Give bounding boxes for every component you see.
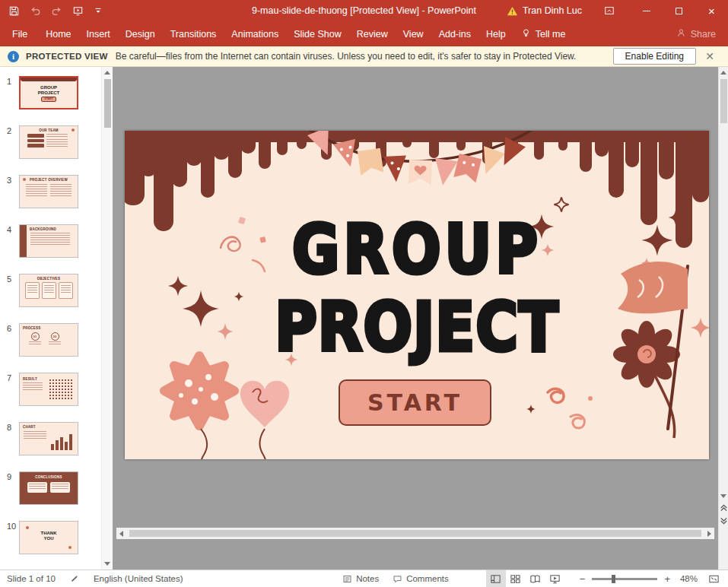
slide-thumbnail-1[interactable]: GROUP PROJECT START <box>19 76 78 109</box>
scroll-down-icon[interactable] <box>720 494 726 498</box>
slide-number: 6 <box>0 323 19 357</box>
tab-add-ins[interactable]: Add-ins <box>431 23 478 46</box>
titlebar-right: Tran Dinh Luc × <box>507 0 728 21</box>
slide-number: 7 <box>0 373 19 406</box>
tab-slide-show[interactable]: Slide Show <box>286 23 349 46</box>
tell-me-box[interactable]: Tell me <box>513 28 574 40</box>
tab-home[interactable]: Home <box>38 23 78 46</box>
slide-thumbnail-panel: 1 GROUP PROJECT START 2 OUR TEAM <box>0 67 101 570</box>
slide-workspace: GROUP PROJECT START <box>113 67 718 570</box>
comments-button[interactable]: Comments <box>386 574 456 584</box>
thumbnail-row: 3 PROJECT OVERVIEW <box>0 175 101 208</box>
zoom-in-button[interactable]: + <box>660 573 674 585</box>
tab-view[interactable]: View <box>396 23 431 46</box>
next-slide-button[interactable] <box>720 517 728 525</box>
share-button[interactable]: Share <box>664 28 728 40</box>
thumb-drip <box>21 78 77 81</box>
star-balloon <box>164 356 234 459</box>
ribbon-tab-row: File Home Insert Design Transitions Anim… <box>0 21 728 46</box>
slide-number: 3 <box>0 175 19 208</box>
minimize-button[interactable] <box>630 0 663 21</box>
ribbon-display-options-icon[interactable] <box>593 0 625 21</box>
person-icon <box>676 28 686 40</box>
slide-indicator: Slide 1 of 10 <box>0 574 62 583</box>
slide-start-shape[interactable]: START <box>339 379 491 426</box>
thumbnail-row: 10 THANK YOU <box>0 521 101 554</box>
slide-thumbnail-5[interactable]: OBJECTIVES <box>19 274 78 307</box>
start-slideshow-icon[interactable] <box>72 5 84 17</box>
lightbulb-icon <box>521 28 531 40</box>
zoom-slider[interactable] <box>592 578 657 580</box>
slide-thumbnail-8[interactable]: CHART <box>19 422 78 455</box>
zoom-level[interactable]: 48% <box>674 574 704 583</box>
thumbnail-row: 4 BACKGROUND <box>0 224 101 258</box>
horizontal-scrollbar[interactable] <box>116 528 714 539</box>
info-icon: i <box>8 51 19 62</box>
undo-icon[interactable] <box>30 5 41 17</box>
powerpoint-window: 9-mau-slide-de-thuong [Protected View] -… <box>0 0 728 587</box>
slide-thumbnail-2[interactable]: OUR TEAM <box>19 125 78 159</box>
slide-thumbnail-4[interactable]: BACKGROUND <box>19 224 78 258</box>
thumbnail-row: 6 PROCESS 01 02 <box>0 323 101 357</box>
close-button[interactable]: × <box>695 0 728 21</box>
redo-icon[interactable] <box>51 5 62 17</box>
status-bar: Slide 1 of 10 English (United States) No… <box>0 570 728 587</box>
scrollbar-thumb[interactable] <box>129 530 701 537</box>
warning-icon <box>507 5 518 17</box>
zoom-out-button[interactable]: − <box>576 573 590 585</box>
slide-number: 8 <box>0 422 19 455</box>
thumbnail-row: 7 RESULT <box>0 373 101 406</box>
slide-number: 10 <box>0 521 19 554</box>
language-indicator[interactable]: English (United States) <box>87 574 190 583</box>
slide-number: 4 <box>0 224 19 258</box>
normal-view-button[interactable] <box>486 570 506 587</box>
tab-insert[interactable]: Insert <box>79 23 118 46</box>
tab-animations[interactable]: Animations <box>224 23 286 46</box>
slide-sorter-view-button[interactable] <box>506 570 526 587</box>
scrollbar-thumb[interactable] <box>720 79 727 123</box>
save-icon[interactable] <box>8 5 20 17</box>
statusbar-right: Notes Comments − + 48% <box>335 570 728 587</box>
slide-title-line2: PROJECT <box>125 288 709 366</box>
vertical-scrollbar[interactable] <box>718 67 728 570</box>
customize-qat-icon[interactable] <box>94 6 103 15</box>
scroll-right-icon[interactable] <box>707 531 711 537</box>
slide-canvas[interactable]: GROUP PROJECT START <box>125 131 709 459</box>
tab-review[interactable]: Review <box>349 23 396 46</box>
scroll-up-icon[interactable] <box>104 71 110 75</box>
tab-transitions[interactable]: Transitions <box>163 23 224 46</box>
titlebar: 9-mau-slide-de-thuong [Protected View] -… <box>0 0 728 21</box>
account-name[interactable]: Tran Dinh Luc <box>523 5 582 16</box>
slide-thumbnail-9[interactable]: CONCLUSIONS <box>19 471 78 505</box>
slide-number: 2 <box>0 125 19 159</box>
thumbnail-row: 1 GROUP PROJECT START <box>0 76 101 109</box>
scroll-left-icon[interactable] <box>119 531 123 537</box>
tab-design[interactable]: Design <box>118 23 163 46</box>
slide-number: 9 <box>0 471 19 505</box>
slide-title-line1: GROUP <box>125 211 709 289</box>
slide-thumbnail-3[interactable]: PROJECT OVERVIEW <box>19 175 78 208</box>
slide-thumbnail-7[interactable]: RESULT <box>19 373 78 406</box>
thumbnail-row: 9 CONCLUSIONS <box>0 471 101 505</box>
enable-editing-button[interactable]: Enable Editing <box>613 48 696 65</box>
maximize-button[interactable] <box>663 0 695 21</box>
scroll-down-icon[interactable] <box>104 562 110 566</box>
slide-thumbnail-6[interactable]: PROCESS 01 02 <box>19 323 78 357</box>
tab-help[interactable]: Help <box>478 23 513 46</box>
previous-slide-button[interactable] <box>720 503 728 512</box>
zoom-slider-thumb[interactable] <box>612 575 615 583</box>
tab-file[interactable]: File <box>0 23 38 46</box>
reading-view-button[interactable] <box>526 570 545 587</box>
protected-view-message: Be careful—files from the Internet can c… <box>116 51 577 62</box>
close-banner-icon[interactable]: ✕ <box>699 50 720 62</box>
slide-number: 5 <box>0 274 19 307</box>
slide-thumbnail-10[interactable]: THANK YOU <box>19 521 78 554</box>
scrollbar-thumb[interactable] <box>104 79 111 128</box>
scroll-up-icon[interactable] <box>720 71 726 75</box>
slideshow-view-button[interactable] <box>545 570 565 587</box>
heart-balloon <box>240 381 289 459</box>
notes-button[interactable]: Notes <box>335 574 386 584</box>
fit-slide-to-window-button[interactable] <box>704 570 723 587</box>
proofing-icon[interactable] <box>62 573 87 584</box>
thumbnail-scrollbar[interactable] <box>101 67 113 570</box>
